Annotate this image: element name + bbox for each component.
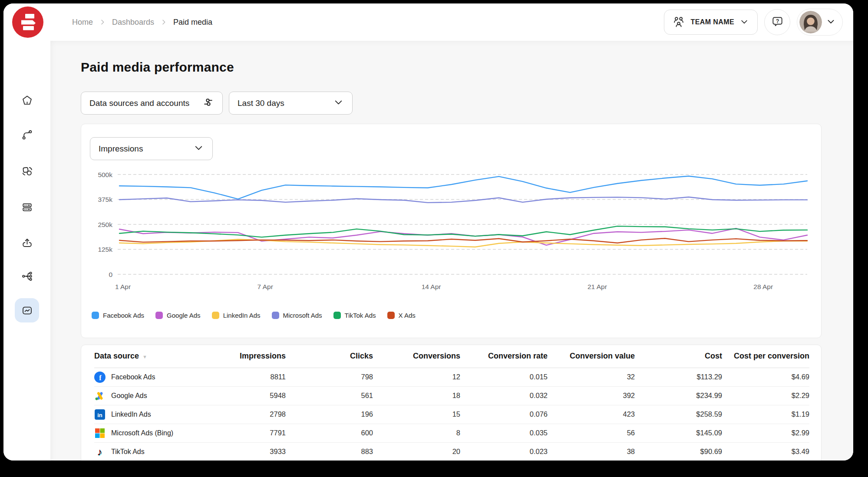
sidebar-item-workflow[interactable] (15, 122, 39, 147)
table-row-google-ads: Google Ads5948561180.032392$234.99$2.29 (94, 386, 809, 405)
column-header-cost-per-conversion[interactable]: Cost per conversion (722, 345, 809, 368)
clicks-cell: 883 (286, 442, 373, 461)
cost-cell: $113.29 (635, 368, 722, 386)
x-axis-tick-label: 21 Apr (587, 283, 607, 290)
data-source-cell: fFacebook Ads (94, 368, 198, 386)
chevron-down-icon (740, 17, 749, 27)
legend-item-tiktok-ads[interactable]: TikTok Ads (333, 312, 376, 319)
conversion-value-cell: 423 (548, 405, 635, 424)
topbar-right: TEAM NAME ? (664, 3, 843, 41)
svg-text:?: ? (776, 18, 779, 24)
x-axis-tick-label: 1 Apr (115, 283, 131, 290)
sidebar-item-integrations[interactable] (15, 159, 39, 183)
chart-line-google-ads (119, 228, 807, 245)
clicks-cell: 561 (286, 386, 373, 405)
x-axis-tick-label: 14 Apr (422, 283, 441, 290)
topbar: HomeDashboardsPaid media TEAM NAME (3, 3, 853, 41)
column-header-data-source[interactable]: Data source▼ (94, 345, 198, 368)
help-icon: ? (771, 15, 784, 30)
legend-label: Google Ads (167, 312, 201, 319)
column-header-conversion-value[interactable]: Conversion value (548, 345, 635, 368)
data-table-card: Data source▼ImpressionsClicksConversions… (81, 345, 822, 461)
impressions-cell: 3933 (198, 442, 286, 461)
sidebar-item-export[interactable] (15, 230, 39, 255)
legend-swatch (155, 312, 163, 319)
legend-item-x-ads[interactable]: X Ads (387, 312, 416, 319)
data-source-name: Google Ads (111, 392, 147, 400)
impressions-line-chart: 500k375k250k125k01 Apr7 Apr14 Apr21 Apr2… (90, 168, 813, 294)
metric-selector[interactable]: Impressions (90, 137, 213, 160)
chart-line-microsoft-ads (119, 197, 807, 203)
breadcrumb-item-home[interactable]: Home (72, 18, 93, 27)
legend-item-facebook-ads[interactable]: Facebook Ads (92, 312, 144, 319)
column-header-conversions[interactable]: Conversions (373, 345, 460, 368)
conversion-value-cell: 56 (548, 424, 635, 442)
avatar (799, 11, 822, 33)
table-row-microsoft-ads-bing: Microsoft Ads (Bing)779160080.03556$145.… (94, 424, 809, 442)
data-source-name: LinkedIn Ads (111, 411, 151, 418)
breadcrumb-item-paid-media[interactable]: Paid media (173, 18, 212, 27)
page-title: Paid media performance (81, 60, 821, 75)
date-range-filter-button[interactable]: Last 30 days (229, 92, 353, 115)
cost-per-conversion-cell: $2.29 (722, 386, 809, 405)
chevron-down-icon (194, 143, 204, 155)
data-source-name: TikTok Ads (111, 448, 145, 456)
column-header-impressions[interactable]: Impressions (198, 345, 286, 368)
data-sources-filter-label: Data sources and accounts (89, 99, 189, 108)
account-menu-button[interactable] (797, 9, 843, 36)
data-source-cell: Google Ads (94, 386, 198, 405)
conversion-rate-cell: 0.076 (460, 405, 548, 424)
y-axis-tick-label: 0 (109, 271, 112, 278)
conversion-rate-cell: 0.015 (460, 368, 548, 386)
x-axis-tick-label: 7 Apr (257, 283, 273, 290)
breadcrumb: HomeDashboardsPaid media (72, 3, 212, 41)
y-axis-tick-label: 250k (98, 221, 112, 228)
metric-selector-label: Impressions (99, 144, 143, 154)
svg-text:♪: ♪ (97, 446, 102, 457)
linkedin-icon: in (94, 409, 106, 420)
svg-text:f: f (99, 374, 102, 382)
data-sources-filter-button[interactable]: Data sources and accounts (81, 92, 223, 115)
column-header-conversion-rate[interactable]: Conversion rate (460, 345, 548, 368)
legend-item-google-ads[interactable]: Google Ads (155, 312, 201, 319)
cost-per-conversion-cell: $1.19 (722, 405, 809, 424)
column-header-clicks[interactable]: Clicks (286, 345, 373, 368)
legend-item-linkedin-ads[interactable]: LinkedIn Ads (212, 312, 261, 319)
legend-swatch (333, 312, 341, 319)
breadcrumb-item-dashboards[interactable]: Dashboards (112, 18, 154, 27)
impressions-cell: 2798 (198, 405, 286, 424)
conversion-value-cell: 38 (548, 442, 635, 461)
legend-label: Facebook Ads (103, 312, 144, 319)
table-row-facebook-ads: fFacebook Ads8811798120.01532$113.29$4.6… (94, 368, 809, 386)
filters-row: Data sources and accounts Last 30 days (81, 92, 821, 115)
sidebar-item-home[interactable] (15, 88, 39, 112)
legend-item-microsoft-ads[interactable]: Microsoft Ads (272, 312, 322, 319)
conversion-value-cell: 392 (548, 386, 635, 405)
impressions-cell: 5948 (198, 386, 286, 405)
legend-swatch (92, 312, 99, 319)
y-axis-tick-label: 125k (98, 246, 112, 253)
y-axis-tick-label: 375k (98, 196, 112, 203)
chart-card: Impressions 500k375k250k125k01 Apr7 Apr1… (81, 124, 822, 338)
sidebar-item-storage[interactable] (15, 195, 39, 219)
data-source-name: Facebook Ads (111, 373, 155, 381)
conversion-rate-cell: 0.035 (460, 424, 548, 442)
sidebar-item-analytics[interactable] (15, 298, 39, 322)
home-icon (21, 95, 33, 106)
data-table: Data source▼ImpressionsClicksConversions… (94, 345, 809, 461)
table-header-row: Data source▼ImpressionsClicksConversions… (94, 345, 809, 368)
export-icon (21, 237, 33, 249)
help-button[interactable]: ? (764, 9, 790, 35)
legend-label: Microsoft Ads (283, 312, 322, 319)
column-header-cost[interactable]: Cost (635, 345, 722, 368)
clicks-cell: 600 (286, 424, 373, 442)
team-selector-button[interactable]: TEAM NAME (664, 10, 758, 35)
sliders-icon (203, 97, 214, 110)
table-row-tiktok-ads: ♪♪♪TikTok Ads3933883200.02338$90.69$3.49 (94, 442, 809, 461)
storage-icon (21, 201, 33, 213)
sidebar-item-connections[interactable] (15, 264, 39, 288)
microsoft-icon (94, 428, 106, 439)
impressions-cell: 7791 (198, 424, 286, 442)
integrations-icon (21, 165, 33, 177)
legend-swatch (387, 312, 395, 319)
